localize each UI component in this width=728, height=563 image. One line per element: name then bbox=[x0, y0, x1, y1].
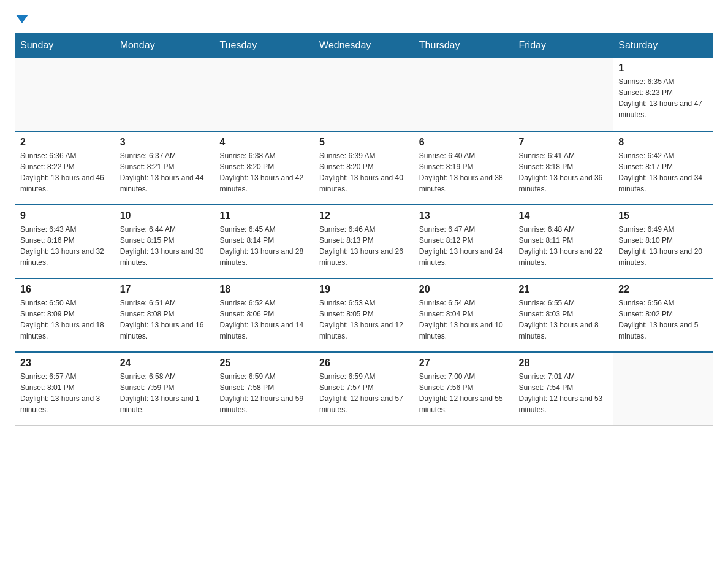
calendar-cell-0-4 bbox=[414, 58, 514, 131]
day-number: 10 bbox=[120, 210, 210, 221]
calendar-cell-3-2: 18Sunrise: 6:52 AM Sunset: 8:06 PM Dayli… bbox=[214, 278, 314, 352]
day-number: 1 bbox=[618, 63, 708, 74]
day-info: Sunrise: 6:35 AM Sunset: 8:23 PM Dayligh… bbox=[618, 76, 708, 120]
day-info: Sunrise: 6:40 AM Sunset: 8:19 PM Dayligh… bbox=[419, 150, 509, 194]
calendar-cell-1-6: 8Sunrise: 6:42 AM Sunset: 8:17 PM Daylig… bbox=[613, 131, 713, 205]
calendar-cell-0-1 bbox=[115, 58, 214, 131]
logo-triangle-icon bbox=[16, 15, 28, 23]
day-info: Sunrise: 6:58 AM Sunset: 7:59 PM Dayligh… bbox=[120, 371, 210, 415]
col-tuesday: Tuesday bbox=[214, 34, 314, 58]
day-info: Sunrise: 6:37 AM Sunset: 8:21 PM Dayligh… bbox=[120, 150, 210, 194]
calendar-cell-4-2: 25Sunrise: 6:59 AM Sunset: 7:58 PM Dayli… bbox=[214, 352, 314, 426]
day-info: Sunrise: 6:41 AM Sunset: 8:18 PM Dayligh… bbox=[519, 150, 609, 194]
day-number: 15 bbox=[618, 210, 708, 221]
calendar-week-3: 9Sunrise: 6:43 AM Sunset: 8:16 PM Daylig… bbox=[15, 205, 713, 278]
day-number: 17 bbox=[120, 284, 210, 295]
day-number: 6 bbox=[419, 137, 509, 148]
day-number: 16 bbox=[20, 284, 110, 295]
calendar-cell-3-0: 16Sunrise: 6:50 AM Sunset: 8:09 PM Dayli… bbox=[15, 278, 115, 352]
calendar-header-row: Sunday Monday Tuesday Wednesday Thursday… bbox=[15, 34, 713, 58]
col-monday: Monday bbox=[115, 34, 214, 58]
day-number: 28 bbox=[519, 358, 609, 369]
day-number: 11 bbox=[219, 210, 309, 221]
calendar-week-4: 16Sunrise: 6:50 AM Sunset: 8:09 PM Dayli… bbox=[15, 278, 713, 352]
day-number: 19 bbox=[319, 284, 409, 295]
calendar-cell-1-3: 5Sunrise: 6:39 AM Sunset: 8:20 PM Daylig… bbox=[314, 131, 414, 205]
day-number: 22 bbox=[618, 284, 708, 295]
day-info: Sunrise: 6:43 AM Sunset: 8:16 PM Dayligh… bbox=[20, 224, 110, 268]
day-info: Sunrise: 6:42 AM Sunset: 8:17 PM Dayligh… bbox=[618, 150, 708, 194]
day-number: 14 bbox=[519, 210, 609, 221]
day-number: 26 bbox=[319, 358, 409, 369]
day-info: Sunrise: 6:44 AM Sunset: 8:15 PM Dayligh… bbox=[120, 224, 210, 268]
col-friday: Friday bbox=[514, 34, 613, 58]
calendar-cell-1-1: 3Sunrise: 6:37 AM Sunset: 8:21 PM Daylig… bbox=[115, 131, 214, 205]
day-info: Sunrise: 6:52 AM Sunset: 8:06 PM Dayligh… bbox=[219, 297, 309, 342]
day-number: 20 bbox=[419, 284, 509, 295]
day-number: 4 bbox=[219, 137, 309, 148]
day-info: Sunrise: 6:48 AM Sunset: 8:11 PM Dayligh… bbox=[519, 224, 609, 268]
logo bbox=[15, 15, 29, 23]
day-info: Sunrise: 6:39 AM Sunset: 8:20 PM Dayligh… bbox=[319, 150, 409, 194]
day-info: Sunrise: 6:59 AM Sunset: 7:58 PM Dayligh… bbox=[219, 371, 309, 415]
day-info: Sunrise: 6:57 AM Sunset: 8:01 PM Dayligh… bbox=[20, 371, 110, 415]
calendar-cell-2-3: 12Sunrise: 6:46 AM Sunset: 8:13 PM Dayli… bbox=[314, 205, 414, 278]
calendar-cell-2-5: 14Sunrise: 6:48 AM Sunset: 8:11 PM Dayli… bbox=[514, 205, 613, 278]
col-thursday: Thursday bbox=[414, 34, 514, 58]
calendar-cell-2-1: 10Sunrise: 6:44 AM Sunset: 8:15 PM Dayli… bbox=[115, 205, 214, 278]
calendar-cell-3-4: 20Sunrise: 6:54 AM Sunset: 8:04 PM Dayli… bbox=[414, 278, 514, 352]
day-number: 23 bbox=[20, 358, 110, 369]
day-info: Sunrise: 6:36 AM Sunset: 8:22 PM Dayligh… bbox=[20, 150, 110, 194]
calendar-cell-0-3 bbox=[314, 58, 414, 131]
calendar-cell-3-5: 21Sunrise: 6:55 AM Sunset: 8:03 PM Dayli… bbox=[514, 278, 613, 352]
calendar-week-2: 2Sunrise: 6:36 AM Sunset: 8:22 PM Daylig… bbox=[15, 131, 713, 205]
col-sunday: Sunday bbox=[15, 34, 115, 58]
calendar-cell-1-0: 2Sunrise: 6:36 AM Sunset: 8:22 PM Daylig… bbox=[15, 131, 115, 205]
day-info: Sunrise: 6:47 AM Sunset: 8:12 PM Dayligh… bbox=[419, 224, 509, 268]
day-number: 25 bbox=[219, 358, 309, 369]
calendar-cell-4-5: 28Sunrise: 7:01 AM Sunset: 7:54 PM Dayli… bbox=[514, 352, 613, 426]
calendar-cell-0-2 bbox=[214, 58, 314, 131]
day-info: Sunrise: 6:53 AM Sunset: 8:05 PM Dayligh… bbox=[319, 297, 409, 342]
calendar-week-1: 1Sunrise: 6:35 AM Sunset: 8:23 PM Daylig… bbox=[15, 58, 713, 131]
calendar-cell-2-2: 11Sunrise: 6:45 AM Sunset: 8:14 PM Dayli… bbox=[214, 205, 314, 278]
calendar-cell-3-6: 22Sunrise: 6:56 AM Sunset: 8:02 PM Dayli… bbox=[613, 278, 713, 352]
day-number: 27 bbox=[419, 358, 509, 369]
day-number: 13 bbox=[419, 210, 509, 221]
calendar-cell-1-2: 4Sunrise: 6:38 AM Sunset: 8:20 PM Daylig… bbox=[214, 131, 314, 205]
day-info: Sunrise: 7:01 AM Sunset: 7:54 PM Dayligh… bbox=[519, 371, 609, 415]
day-number: 18 bbox=[219, 284, 309, 295]
day-info: Sunrise: 6:45 AM Sunset: 8:14 PM Dayligh… bbox=[219, 224, 309, 268]
calendar-cell-3-3: 19Sunrise: 6:53 AM Sunset: 8:05 PM Dayli… bbox=[314, 278, 414, 352]
day-number: 8 bbox=[618, 137, 708, 148]
day-info: Sunrise: 7:00 AM Sunset: 7:56 PM Dayligh… bbox=[419, 371, 509, 415]
day-number: 21 bbox=[519, 284, 609, 295]
calendar-cell-3-1: 17Sunrise: 6:51 AM Sunset: 8:08 PM Dayli… bbox=[115, 278, 214, 352]
calendar-cell-0-0 bbox=[15, 58, 115, 131]
calendar-cell-4-3: 26Sunrise: 6:59 AM Sunset: 7:57 PM Dayli… bbox=[314, 352, 414, 426]
day-number: 24 bbox=[120, 358, 210, 369]
calendar-cell-2-6: 15Sunrise: 6:49 AM Sunset: 8:10 PM Dayli… bbox=[613, 205, 713, 278]
day-info: Sunrise: 6:51 AM Sunset: 8:08 PM Dayligh… bbox=[120, 297, 210, 342]
calendar-cell-1-4: 6Sunrise: 6:40 AM Sunset: 8:19 PM Daylig… bbox=[414, 131, 514, 205]
calendar-cell-2-0: 9Sunrise: 6:43 AM Sunset: 8:16 PM Daylig… bbox=[15, 205, 115, 278]
day-info: Sunrise: 6:55 AM Sunset: 8:03 PM Dayligh… bbox=[519, 297, 609, 342]
page-header bbox=[15, 15, 713, 23]
day-number: 7 bbox=[519, 137, 609, 148]
calendar-week-5: 23Sunrise: 6:57 AM Sunset: 8:01 PM Dayli… bbox=[15, 352, 713, 426]
col-wednesday: Wednesday bbox=[314, 34, 414, 58]
calendar-cell-2-4: 13Sunrise: 6:47 AM Sunset: 8:12 PM Dayli… bbox=[414, 205, 514, 278]
calendar-cell-4-6 bbox=[613, 352, 713, 426]
calendar-cell-4-0: 23Sunrise: 6:57 AM Sunset: 8:01 PM Dayli… bbox=[15, 352, 115, 426]
day-info: Sunrise: 6:56 AM Sunset: 8:02 PM Dayligh… bbox=[618, 297, 708, 342]
day-number: 2 bbox=[20, 137, 110, 148]
day-info: Sunrise: 6:50 AM Sunset: 8:09 PM Dayligh… bbox=[20, 297, 110, 342]
day-number: 3 bbox=[120, 137, 210, 148]
day-number: 9 bbox=[20, 210, 110, 221]
calendar-cell-0-6: 1Sunrise: 6:35 AM Sunset: 8:23 PM Daylig… bbox=[613, 58, 713, 131]
calendar-cell-4-1: 24Sunrise: 6:58 AM Sunset: 7:59 PM Dayli… bbox=[115, 352, 214, 426]
day-info: Sunrise: 6:38 AM Sunset: 8:20 PM Dayligh… bbox=[219, 150, 309, 194]
calendar-cell-1-5: 7Sunrise: 6:41 AM Sunset: 8:18 PM Daylig… bbox=[514, 131, 613, 205]
day-info: Sunrise: 6:54 AM Sunset: 8:04 PM Dayligh… bbox=[419, 297, 509, 342]
calendar-table: Sunday Monday Tuesday Wednesday Thursday… bbox=[15, 33, 713, 426]
